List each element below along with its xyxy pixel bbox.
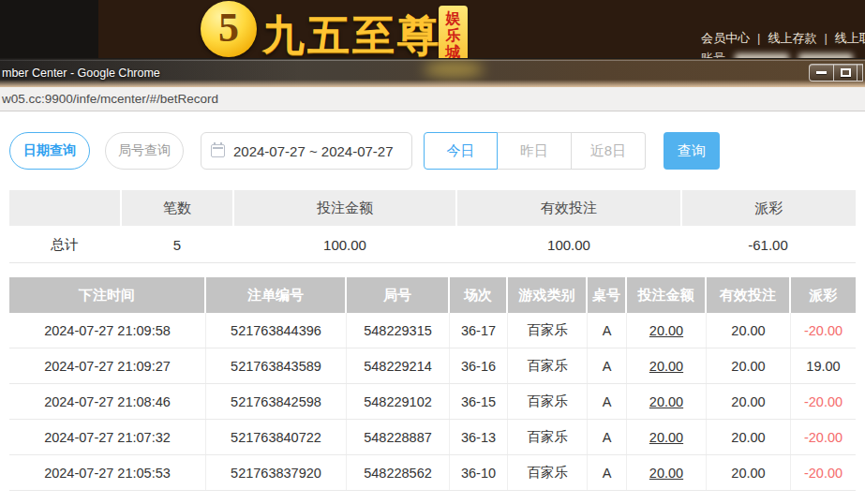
url-bar[interactable]: w05.cc:9900/infe/mcenter/#/betRecord <box>0 87 865 111</box>
summary-count-value: 5 <box>122 227 234 262</box>
cell-game-type: 百家乐 <box>508 455 588 490</box>
summary-header-empty <box>9 190 122 226</box>
cell-valid-bet: 20.00 <box>707 384 791 419</box>
filter-toolbar: 日期查询 局号查询 2024-07-27 ~ 2024-07-27 今日 昨日 … <box>9 132 720 170</box>
col-header-round: 局号 <box>347 277 450 313</box>
table-row: 2024-07-27 21:07:32 521763840722 5482288… <box>9 420 856 455</box>
summary-header-row: 笔数 投注金额 有效投注 派彩 <box>9 190 856 226</box>
cell-game-type: 百家乐 <box>508 384 588 419</box>
col-header-bet-id: 注单编号 <box>206 277 347 313</box>
cell-bet-id: 521763844396 <box>206 313 347 348</box>
bet-record-page: { "banner": { "logo_number": "5", "logo_… <box>0 0 865 504</box>
summary-header-valid-bet: 有效投注 <box>457 190 682 226</box>
cell-bet-id: 521763837920 <box>206 455 347 490</box>
table-row: 2024-07-27 21:05:53 521763837920 5482285… <box>9 455 856 491</box>
quick-range-last8days[interactable]: 近8日 <box>572 132 646 170</box>
cell-bet-id: 521763842598 <box>206 384 347 419</box>
col-header-table-no: 桌号 <box>588 277 627 313</box>
site-banner: 5 九五至尊 娱乐城 会员中心|线上存款|线上取款 账号 <box>0 0 865 58</box>
cell-table-no: A <box>588 313 627 348</box>
cell-bet-time: 2024-07-27 21:09:58 <box>9 313 206 348</box>
search-button[interactable]: 查询 <box>664 132 720 170</box>
bet-amount-link[interactable]: 20.00 <box>627 455 707 490</box>
banner-dark-box <box>0 0 98 58</box>
quick-range-yesterday[interactable]: 昨日 <box>498 132 572 170</box>
cell-game-type: 百家乐 <box>508 313 588 348</box>
summary-header-payout: 派彩 <box>682 190 856 226</box>
bet-amount-link[interactable]: 20.00 <box>627 313 707 348</box>
url-text: w05.cc:9900/infe/mcenter/#/betRecord <box>2 92 218 106</box>
cell-bet-time: 2024-07-27 21:08:46 <box>9 384 206 419</box>
summary-valid-bet-value: 100.00 <box>457 227 682 262</box>
cell-table-no: A <box>588 455 627 490</box>
titlebar-glass-reflection <box>424 61 484 78</box>
window-titlebar[interactable]: mber Center - Google Chrome <box>0 58 865 87</box>
cell-table-no: A <box>588 420 627 454</box>
summary-header-count: 笔数 <box>122 190 234 226</box>
col-header-bet-time: 下注时间 <box>9 277 206 313</box>
bet-amount-link[interactable]: 20.00 <box>627 420 707 454</box>
cell-payout: -20.00 <box>791 313 856 348</box>
cell-valid-bet: 20.00 <box>707 313 791 348</box>
cell-bet-time: 2024-07-27 21:07:32 <box>9 420 206 454</box>
cell-game-type: 百家乐 <box>508 420 588 454</box>
nav-link-member-center[interactable]: 会员中心 <box>701 31 750 45</box>
minimize-button[interactable] <box>809 64 833 82</box>
nav-link-withdraw[interactable]: 线上取款 <box>835 31 865 45</box>
cell-payout: 19.00 <box>791 348 856 383</box>
cell-round: 548229102 <box>347 384 450 419</box>
summary-total-label: 总计 <box>9 227 122 262</box>
cell-session: 36-13 <box>450 420 508 454</box>
cell-bet-id: 521763840722 <box>206 420 347 454</box>
site-logo-icon: 5 <box>201 1 257 57</box>
window-title: mber Center - Google Chrome <box>2 67 160 80</box>
cell-session: 36-10 <box>450 455 508 490</box>
date-range-picker[interactable]: 2024-07-27 ~ 2024-07-27 <box>201 132 412 170</box>
cell-bet-id: 521763843589 <box>206 348 347 383</box>
table-row: 2024-07-27 21:09:27 521763843589 5482292… <box>9 348 856 384</box>
table-row: 2024-07-27 21:09:58 521763844396 5482293… <box>9 313 856 348</box>
cell-game-type: 百家乐 <box>508 348 588 383</box>
cell-table-no: A <box>588 384 627 419</box>
minimize-icon <box>816 71 827 74</box>
close-button[interactable] <box>858 64 863 82</box>
date-range-value: 2024-07-27 ~ 2024-07-27 <box>233 143 394 159</box>
cell-round: 548229214 <box>347 348 450 383</box>
maximize-icon <box>841 68 851 77</box>
cell-session: 36-17 <box>450 313 508 348</box>
nav-separator: | <box>757 31 760 45</box>
summary-header-bet-amount: 投注金额 <box>234 190 457 226</box>
calendar-icon <box>211 144 225 157</box>
quick-range-group: 今日 昨日 近8日 <box>424 132 646 170</box>
tab-round-query[interactable]: 局号查询 <box>105 132 184 170</box>
cell-valid-bet: 20.00 <box>707 455 791 490</box>
table-row: 2024-07-27 21:08:46 521763842598 5482291… <box>9 384 856 420</box>
bet-amount-link[interactable]: 20.00 <box>627 384 707 419</box>
bet-record-content: 日期查询 局号查询 2024-07-27 ~ 2024-07-27 今日 昨日 … <box>0 111 865 504</box>
tab-date-query[interactable]: 日期查询 <box>9 132 90 170</box>
col-header-valid-bet: 有效投注 <box>707 277 791 313</box>
cell-bet-time: 2024-07-27 21:09:27 <box>9 348 206 383</box>
top-nav: 会员中心|线上存款|线上取款 <box>701 30 865 47</box>
titlebar-glow <box>0 80 865 87</box>
cell-table-no: A <box>588 348 627 383</box>
cell-round: 548229315 <box>347 313 450 348</box>
quick-range-today[interactable]: 今日 <box>424 132 498 170</box>
summary-total-row: 总计 5 100.00 100.00 -61.00 <box>9 226 856 263</box>
col-header-session: 场次 <box>450 277 508 313</box>
bet-amount-link[interactable]: 20.00 <box>627 348 707 383</box>
col-header-game-type: 游戏类别 <box>508 277 588 313</box>
cell-session: 36-16 <box>450 348 508 383</box>
cell-payout: -20.00 <box>791 455 856 490</box>
summary-bet-amount-value: 100.00 <box>234 227 457 262</box>
cell-session: 36-15 <box>450 384 508 419</box>
maximize-button[interactable] <box>833 64 858 82</box>
cell-payout: -20.00 <box>791 384 856 419</box>
logo-number: 5 <box>218 7 239 49</box>
cell-round: 548228562 <box>347 455 450 490</box>
cell-bet-time: 2024-07-27 21:05:53 <box>9 455 206 490</box>
col-header-payout: 派彩 <box>791 277 856 313</box>
nav-link-deposit[interactable]: 线上存款 <box>768 31 816 45</box>
window-controls <box>809 64 863 82</box>
bet-record-table: 下注时间 注单编号 局号 场次 游戏类别 桌号 投注金额 有效投注 派彩 202… <box>9 277 856 491</box>
